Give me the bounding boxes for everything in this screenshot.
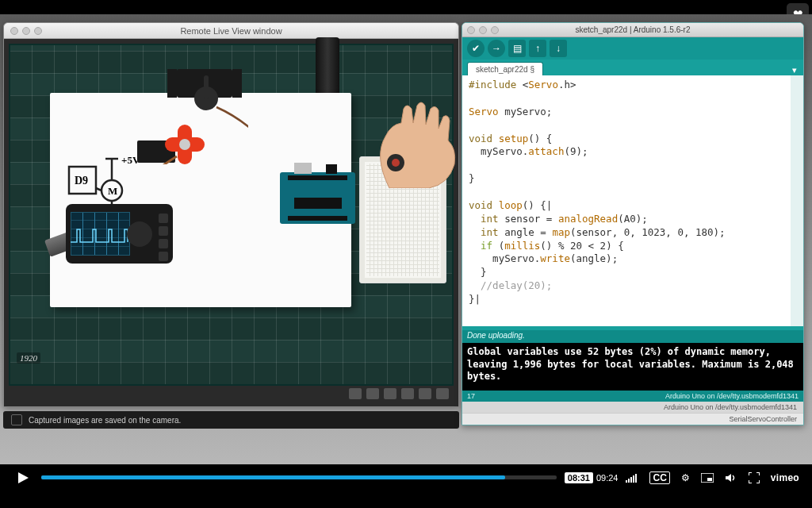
window-titlebar[interactable]: Remote Live View window <box>4 23 458 39</box>
ide-window-title: sketch_apr22d | Arduino 1.5.6-r2 <box>576 25 691 34</box>
cc-button[interactable]: CC <box>649 471 669 484</box>
fullscreen-icon[interactable] <box>749 472 760 483</box>
video-player-bar: 08:31 09:24 CC ⚙ vimeo <box>0 464 812 508</box>
seek-progress <box>41 475 505 479</box>
vimeo-logo[interactable]: vimeo <box>771 472 799 483</box>
code-editor[interactable]: #include <Servo.h> Servo myServo; void s… <box>462 75 803 326</box>
arduino-uno-board <box>280 172 355 224</box>
footer-button-1[interactable] <box>349 388 362 399</box>
ide-board-port: Arduino Uno on /dev/tty.usbmodemfd1341 <box>665 392 799 400</box>
footer-button-4[interactable] <box>401 388 414 399</box>
diagram-pin-label: D9 <box>75 175 88 187</box>
tab-menu-icon[interactable]: ▾ <box>786 65 803 75</box>
ide-titlebar[interactable]: sketch_apr22d | Arduino 1.5.6-r2 <box>462 23 803 37</box>
live-view-footer <box>9 386 454 402</box>
pocket-oscilloscope <box>66 204 173 264</box>
svg-rect-11 <box>628 479 630 483</box>
mac-status-2: SerialServoController <box>462 413 803 425</box>
resolution-badge: 1920 <box>17 352 40 364</box>
pip-icon[interactable] <box>701 473 714 483</box>
new-sketch-button[interactable]: ▤ <box>508 40 526 57</box>
arduino-ide-window: sketch_apr22d | Arduino 1.5.6-r2 ✔ → ▤ ↑… <box>462 22 804 425</box>
diagram-motor-label: M <box>108 185 117 197</box>
play-button[interactable] <box>13 468 33 488</box>
servo-horn-black <box>194 87 218 110</box>
ide-console: Global variables use 52 bytes (2%) of dy… <box>462 343 803 391</box>
breadboard <box>359 156 446 283</box>
ide-footer: 17 Arduino Uno on /dev/tty.usbmodemfd134… <box>462 391 803 402</box>
signal-icon[interactable] <box>626 473 638 483</box>
svg-rect-13 <box>633 475 634 483</box>
sketch-tab[interactable]: sketch_apr22d § <box>467 62 543 75</box>
upload-button[interactable]: → <box>488 40 505 57</box>
ide-status-line: Done uploading. <box>462 330 803 343</box>
camera-status-text: Captured images are saved on the camera. <box>29 416 181 425</box>
footer-button-5[interactable] <box>419 388 431 399</box>
ide-toolbar: ✔ → ▤ ↑ ↓ <box>462 37 803 60</box>
traffic-lights[interactable] <box>467 26 499 34</box>
settings-icon[interactable]: ⚙ <box>681 472 690 483</box>
remote-live-view-window: Remote Live View window D9 M <box>3 22 459 407</box>
footer-button-6[interactable] <box>436 388 449 399</box>
camera-status-strip: Captured images are saved on the camera. <box>3 411 459 429</box>
camera-view: D9 M +5V <box>9 44 454 386</box>
ide-line-number: 17 <box>467 392 475 400</box>
svg-rect-16 <box>707 478 712 481</box>
traffic-lights[interactable] <box>10 27 42 35</box>
footer-button-3[interactable] <box>384 388 396 399</box>
verify-button[interactable]: ✔ <box>467 40 485 57</box>
svg-rect-12 <box>630 477 632 483</box>
open-sketch-button[interactable]: ↑ <box>529 40 546 57</box>
save-sketch-button[interactable]: ↓ <box>550 40 567 57</box>
total-time: 09:24 <box>596 473 619 483</box>
svg-rect-14 <box>635 474 637 483</box>
status-checkbox-icon <box>11 414 22 425</box>
mac-status-1: Arduino Uno on /dev/tty.usbmodemfd1341 <box>462 402 803 413</box>
svg-rect-10 <box>626 480 627 483</box>
volume-icon[interactable] <box>725 472 737 483</box>
seek-bar[interactable] <box>41 475 557 479</box>
ide-tabs: sketch_apr22d § ▾ <box>462 60 803 75</box>
footer-button-2[interactable] <box>366 388 379 399</box>
time-display: 08:31 09:24 <box>565 472 619 483</box>
servo-horn-red <box>165 125 205 164</box>
current-time: 08:31 <box>565 472 593 483</box>
window-title: Remote Live View window <box>180 26 282 36</box>
